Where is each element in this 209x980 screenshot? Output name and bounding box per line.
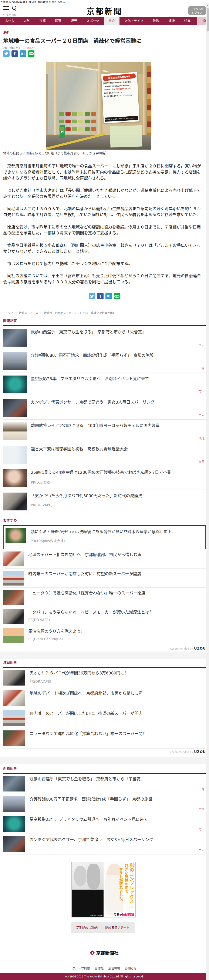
article-row[interactable]: 介護報酬680万円不正請求 面談記録作成「手回らず」 京都の施設市内: [3, 794, 206, 814]
article-row-title: 星空投影23年、プラネタリウム引退へ お別れイベント見に来て: [30, 816, 191, 822]
article-row[interactable]: カンボジア代表ボクサー、京都で夢追う 男女3人毎日スパーリング市内: [3, 834, 206, 854]
footer-link-3[interactable]: 広告掲載: [108, 967, 120, 970]
category-tag[interactable]: 市内: [199, 848, 204, 852]
article-row[interactable]: 「気がついたら今月タバコ代3000円だった」新時代の減煙法！PR(DR.VAPE…: [3, 490, 206, 513]
article-thumbnail: [3, 352, 27, 370]
section-title: おすすめ: [3, 517, 209, 523]
nav-item-6[interactable]: スポーツ: [82, 17, 104, 25]
nav-item-11[interactable]: 特集: [179, 17, 195, 25]
article-row[interactable]: カンボジア代表ボクサー、京都で夢追う 男女3人毎日スパーリング市内: [3, 396, 206, 420]
nav-item-8[interactable]: 文化・ライフ: [119, 17, 148, 25]
nav-item-10[interactable]: 経済: [164, 17, 179, 25]
article-photo: N 宇川店 閉店のお知らせ 丹後町で開店以来35年間、みなさまにご愛顧頂きました…: [46, 62, 151, 150]
article-row[interactable]: 馬油洗顔のやり方を覚えよう！PR(Glam Beautique): [3, 626, 206, 645]
category-tag[interactable]: 地域: [199, 436, 204, 440]
line-share-icon[interactable]: LINE: [28, 51, 35, 57]
article-row[interactable]: 星空投影23年、プラネタリウム引退へ お別れイベント見に来て市内: [3, 373, 206, 396]
ad-credit: ©水瀬マユ/双葉社: [90, 914, 103, 916]
section-gap: [0, 651, 209, 659]
article-row[interactable]: ニュータウンで進む高齢化「採算合わない」唯一のスーパー閉店: [3, 588, 206, 607]
poster-footer: 閉店後は、にしがき間人店をどうぞご利用下さいませ。: [104, 116, 138, 122]
nav-item-7[interactable]: 社会: [104, 17, 119, 25]
article-row[interactable]: 25歳に見える44歳主婦は1200円の大正製薬の技術でおばさん顔を7日で卒業PR…: [3, 466, 206, 490]
article-row-title: 町内唯一のスーパーが閉店した町に、待望の新スーパーが開店: [30, 710, 191, 716]
category-tag[interactable]: 市内: [199, 366, 204, 370]
nav-item-1[interactable]: ホーム: [0, 17, 19, 25]
produce-item: [59, 119, 64, 123]
subscribe-link[interactable]: 定期購読 ご案内: [76, 925, 98, 929]
article-row-title: 競歩山西選手「東京でも金を取る」 京都府と市から「栄誉賞」: [30, 776, 191, 781]
article-row[interactable]: 町内唯一のスーパーが閉店した町に、待望の新スーパーが開店: [3, 568, 206, 588]
category-tag[interactable]: 市内: [199, 412, 204, 417]
hatena-share-icon[interactable]: B!: [20, 51, 26, 57]
uzou-attribution[interactable]: Recommended by UZOU: [3, 646, 206, 652]
line-share-icon[interactable]: LINE: [114, 293, 120, 299]
article-row[interactable]: 介護報酬680万円不正請求 面談記録作成「手回らず」 京都の施設市内: [3, 349, 206, 373]
facebook-share-icon[interactable]: f: [11, 51, 18, 57]
article-thumbnail: [3, 590, 24, 605]
article-thumbnail: [3, 628, 24, 643]
article-row[interactable]: 地域のデパート相次ぎ閉店へ 京都府北部、市民から惜しむ声: [3, 549, 206, 568]
category-tag[interactable]: 市内: [199, 807, 204, 811]
category-tag[interactable]: 市内: [199, 389, 204, 393]
article-row[interactable]: 競歩山西選手「東京でも金を取る」 京都府と市から「栄誉賞」市内: [3, 326, 206, 349]
breadcrumb: トップ＞地域のニュース＞地域唯一の食品スーパー２０日閉店 過疎化で経営困難に: [5, 311, 116, 315]
company-logo[interactable]: 京都新聞社: [0, 949, 209, 956]
twitter-share-icon[interactable]: [3, 51, 10, 57]
article-row-title: 龍谷大平安は報徳学園と初戦 高校軟式野球近畿大会: [31, 446, 191, 452]
article-category[interactable]: 京都: [3, 30, 9, 34]
scrollbar-thumb[interactable]: [207, 8, 209, 32]
article-row[interactable]: ニュータウンで進む高齢化「採算合わない」唯一のスーパー閉店: [3, 728, 206, 749]
nav-item-3[interactable]: 京都: [35, 17, 51, 25]
article-row[interactable]: 龍谷大平安は報徳学園と初戦 高校軟式野球近畿大会滋賀: [3, 443, 206, 466]
footer-link-1[interactable]: グループ概要: [72, 967, 90, 970]
article-row-title: 馬油洗顔のやり方を覚えよう！: [28, 628, 191, 634]
nav-item-2[interactable]: 人気: [19, 17, 35, 25]
scrollbar-track[interactable]: ▲: [206, 3, 209, 980]
manga-ad-banner[interactable]: えっ? ©水瀬マユ/双葉社 私のコンプレックス… 好きな男性の前で サラシが取れ…: [71, 862, 136, 918]
ad-right-panel: 私のコンプレックス… 好きな男性の前で サラシが取れました。 i めちゃコミック: [103, 862, 135, 917]
article-row[interactable]: 星空投影23年、プラネタリウム引退へ お別れイベント見に来て市内: [3, 814, 206, 834]
article-row[interactable]: 顔にシミ・肝斑が多い人は洗顔後にある習慣が無い!?鈴木紗理奈が暴露し炎上…PR(…: [3, 525, 206, 549]
section-title: 関連記事: [3, 318, 209, 323]
article-row-title: 「タバコ、もう要らないわ」ヘビースモーカーが驚いた減煙法とは？: [28, 609, 191, 615]
article-row[interactable]: 戦国武将レイピアの謎に迫る 400年前ヨーロッパ製モデルに国内製造地域: [3, 420, 206, 443]
produce-item: [85, 127, 90, 131]
digital-login-button[interactable]: デジタル版 ログイン: [188, 6, 206, 15]
article-row-title: ニュータウンで進む高齢化「採算合わない」唯一のスーパー閉店: [30, 730, 191, 736]
facebook-share-icon[interactable]: f: [97, 293, 103, 299]
twitter-share-icon[interactable]: [89, 293, 95, 299]
category-tag[interactable]: 市内: [199, 827, 204, 832]
uzou-attribution[interactable]: Recommended by UZOU: [3, 750, 206, 755]
footer-link-4[interactable]: お知らせ: [125, 967, 137, 970]
article-thumbnail: [3, 399, 27, 417]
osusume-list: 顔にシミ・肝斑が多い人は洗顔後にある習慣が無い!?鈴木紗理奈が暴露し炎上…PR(…: [3, 525, 206, 645]
footer-link-2[interactable]: 著作権: [95, 967, 103, 970]
hatena-share-icon[interactable]: B!: [106, 293, 112, 299]
nav-item-5[interactable]: 観光: [66, 17, 82, 25]
uzou-prefix: Recommended by: [170, 751, 193, 754]
article-row-title: ニュータウンで進む高齢化「採算合わない」唯一のスーパー閉店: [28, 590, 191, 595]
article-thumbnail: [3, 422, 27, 440]
breadcrumb-separator: ＞: [40, 311, 42, 315]
article-row[interactable]: 町内唯一のスーパーが閉店した町に、待望の新スーパーが開店: [3, 708, 206, 728]
article-row[interactable]: 天才か！？タバコ代が年間36万円から3万6000円に！PR(DR.VAPE): [3, 668, 206, 688]
article-row[interactable]: 地域のデパート相次ぎ閉店へ 京都府北部、市民から惜しむ声: [3, 688, 206, 708]
article-row[interactable]: 競歩山西選手「東京でも金を取る」 京都府と市から「栄誉賞」市内: [3, 774, 206, 794]
produce-item: [65, 119, 71, 123]
produce-item: [72, 119, 77, 123]
nav-item-9[interactable]: 政治: [148, 17, 164, 25]
category-tag[interactable]: 滋賀: [199, 459, 204, 464]
support-link[interactable]: 購読者様サポート: [105, 925, 129, 929]
article-paragraph-5: 食品や日用雑貨を扱う小市郎商店（同町間人）の店主小谷幸一郎さん（７０）は「どこま…: [3, 242, 204, 255]
category-tag[interactable]: 市内: [199, 342, 204, 347]
nav-item-4[interactable]: 滋賀: [51, 17, 66, 25]
article-row-title: カンボジア代表ボクサー、京都で夢追う 男女3人毎日スパーリング: [31, 399, 191, 405]
breadcrumb-item-1[interactable]: トップ: [5, 311, 13, 315]
site-logo[interactable]: 京都新聞: [0, 5, 209, 17]
article-row[interactable]: 「タバコ、もう要らないわ」ヘビースモーカーが驚いた減煙法とは？PR(DR.VAP…: [3, 607, 206, 626]
breadcrumb-item-2[interactable]: 地域のニュース: [19, 311, 38, 315]
pr-label: PR(DR.VAPE): [28, 618, 50, 622]
category-tag[interactable]: 市内: [199, 787, 204, 791]
scrollbar-up-arrow[interactable]: ▲: [206, 4, 209, 7]
